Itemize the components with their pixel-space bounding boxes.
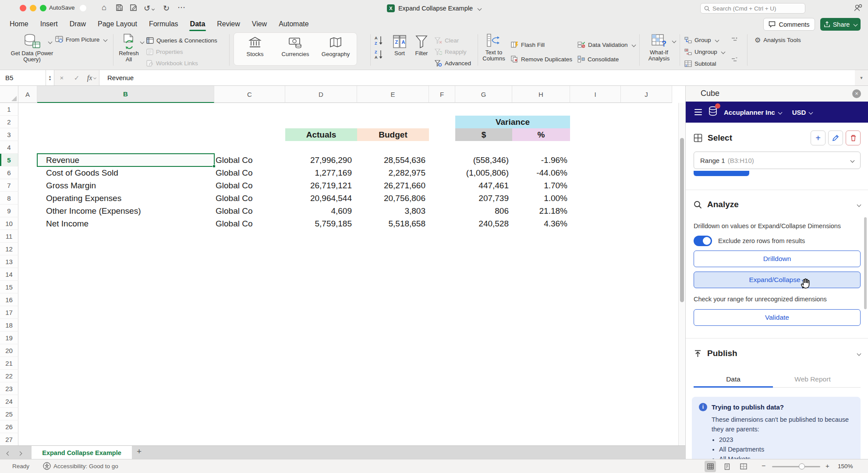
- cell-D6-actuals[interactable]: 1,277,169: [285, 166, 357, 179]
- formula-input[interactable]: Revenue: [99, 70, 855, 85]
- advanced-filter-button[interactable]: Advanced: [435, 59, 471, 67]
- cell-E8-budget[interactable]: 20,756,806: [357, 192, 429, 205]
- analyze-section-header[interactable]: Analyze: [694, 200, 861, 209]
- cell-G7-var-usd[interactable]: 447,461: [455, 179, 512, 192]
- tab-data[interactable]: Data: [190, 20, 205, 28]
- page-layout-view-icon[interactable]: [721, 461, 733, 472]
- sheet-grid[interactable]: ABCDEFGHIJ 12345678910111213141516171819…: [0, 86, 678, 445]
- drilldown-button[interactable]: Drilldown: [694, 251, 861, 267]
- cell-E7-budget[interactable]: 26,271,660: [357, 179, 429, 192]
- row-header-6[interactable]: 6: [0, 166, 18, 179]
- row-header-15[interactable]: 15: [0, 281, 18, 293]
- cell-G5-var-usd[interactable]: (558,346): [455, 154, 512, 166]
- publish-section-header[interactable]: Publish: [694, 349, 861, 358]
- validate-button[interactable]: Validate: [694, 309, 861, 326]
- cell-dollar-header[interactable]: $: [455, 128, 512, 141]
- zoom-level[interactable]: 150%: [838, 463, 853, 469]
- column-header-E[interactable]: E: [357, 86, 429, 103]
- cell-B8-label[interactable]: Operating Expenses: [37, 192, 214, 205]
- document-title[interactable]: Expand Collapse Example: [398, 5, 473, 12]
- column-header-A[interactable]: A: [18, 86, 37, 103]
- column-header-D[interactable]: D: [285, 86, 357, 103]
- column-header-B[interactable]: B: [37, 86, 214, 103]
- cell-B10-label[interactable]: Net Income: [37, 217, 214, 230]
- tab-home[interactable]: Home: [10, 20, 28, 28]
- row-header-14[interactable]: 14: [0, 268, 18, 281]
- tab-page-layout[interactable]: Page Layout: [98, 20, 137, 28]
- column-header-F[interactable]: F: [429, 86, 455, 103]
- cell-E10-budget[interactable]: 5,518,658: [357, 217, 429, 230]
- menu-icon[interactable]: [694, 109, 702, 115]
- cancel-entry-icon[interactable]: ×: [54, 70, 69, 85]
- grid-vertical-scrollbar[interactable]: [678, 103, 685, 445]
- row-header-1[interactable]: 1: [0, 103, 18, 116]
- cell-G9-var-usd[interactable]: 806: [455, 205, 512, 217]
- exclude-zero-rows-toggle[interactable]: [694, 236, 712, 246]
- row-header-23[interactable]: 23: [0, 382, 18, 395]
- cell-C5-company[interactable]: Global Co: [214, 154, 285, 166]
- zoom-in-icon[interactable]: +: [825, 462, 829, 469]
- cell-D5-actuals[interactable]: 27,996,290: [285, 154, 357, 166]
- fill-handle[interactable]: [213, 165, 216, 168]
- prev-sheet-icon[interactable]: [5, 450, 10, 458]
- tab-insert[interactable]: Insert: [40, 20, 58, 28]
- title-chevron-icon[interactable]: [478, 6, 482, 11]
- cell-B9-label[interactable]: Other Income (Expenses): [37, 205, 214, 217]
- tab-data[interactable]: Data: [694, 371, 773, 387]
- search-input[interactable]: Search (Cmd + Ctrl + U): [700, 3, 805, 14]
- range-dropdown[interactable]: Range 1 (B3:H10): [694, 152, 861, 169]
- close-pane-icon[interactable]: ×: [852, 89, 861, 98]
- refresh-all-button[interactable]: Refresh All: [116, 33, 142, 63]
- currencies-button[interactable]: Currencies: [276, 36, 315, 57]
- row-header-27[interactable]: 27: [0, 433, 18, 445]
- column-header-H[interactable]: H: [512, 86, 570, 103]
- row-header-20[interactable]: 20: [0, 344, 18, 357]
- row-header-19[interactable]: 19: [0, 332, 18, 344]
- cell-G6-var-usd[interactable]: (1,005,806): [455, 166, 512, 179]
- accessibility-status[interactable]: Accessibility: Good to go: [53, 463, 118, 469]
- next-sheet-icon[interactable]: [17, 450, 21, 458]
- edit-range-button[interactable]: [828, 131, 843, 145]
- tab-draw[interactable]: Draw: [70, 20, 86, 28]
- add-sheet-icon[interactable]: +: [137, 447, 142, 456]
- zoom-slider-thumb[interactable]: [799, 463, 805, 469]
- cell-H9-var-pct[interactable]: 21.18%: [512, 205, 570, 217]
- geography-button[interactable]: Geography: [316, 36, 355, 57]
- cell-C9-company[interactable]: Global Co: [214, 205, 285, 217]
- row-header-18[interactable]: 18: [0, 319, 18, 332]
- insert-function-icon[interactable]: fx: [84, 70, 99, 85]
- sort-az-button[interactable]: AZ: [374, 35, 384, 47]
- cell-B6-label[interactable]: Cost of Goods Sold: [37, 166, 214, 179]
- subtotal-button[interactable]: Σ Subtotal: [684, 59, 716, 68]
- share-button[interactable]: Share: [820, 18, 861, 31]
- cell-E6-budget[interactable]: 2,282,975: [357, 166, 429, 179]
- expand-collapse-button[interactable]: Expand/Collapse: [694, 272, 861, 288]
- row-header-22[interactable]: 22: [0, 370, 18, 382]
- sort-button[interactable]: ZA Sort: [389, 34, 410, 56]
- column-header-J[interactable]: J: [621, 86, 672, 103]
- row-header-9[interactable]: 9: [0, 205, 18, 217]
- column-header-G[interactable]: G: [455, 86, 512, 103]
- row-header-7[interactable]: 7: [0, 179, 18, 192]
- normal-view-icon[interactable]: [705, 461, 716, 472]
- row-header-2[interactable]: 2: [0, 116, 18, 128]
- confirm-entry-icon[interactable]: ✓: [69, 70, 84, 85]
- account-presence-icon[interactable]: [854, 4, 862, 14]
- datasource-icon[interactable]: [708, 106, 718, 118]
- from-picture-button[interactable]: From Picture: [55, 35, 107, 44]
- cell-C6-company[interactable]: Global Co: [214, 166, 285, 179]
- cell-H5-var-pct[interactable]: -1.96%: [512, 154, 570, 166]
- hide-detail-icon[interactable]: [731, 57, 739, 65]
- cell-H7-var-pct[interactable]: 1.70%: [512, 179, 570, 192]
- name-box-stepper[interactable]: ▲▼: [46, 70, 54, 85]
- cell-D10-actuals[interactable]: 5,759,185: [285, 217, 357, 230]
- show-detail-icon[interactable]: [731, 37, 739, 45]
- sort-za-button[interactable]: ZA: [374, 49, 384, 61]
- row-header-4[interactable]: 4: [0, 141, 18, 154]
- column-header-I[interactable]: I: [570, 86, 621, 103]
- cell-C10-company[interactable]: Global Co: [214, 217, 285, 230]
- cell-D9-actuals[interactable]: 4,609: [285, 205, 357, 217]
- cell-H8-var-pct[interactable]: 1.00%: [512, 192, 570, 205]
- zoom-out-icon[interactable]: −: [762, 462, 765, 470]
- row-header-8[interactable]: 8: [0, 192, 18, 205]
